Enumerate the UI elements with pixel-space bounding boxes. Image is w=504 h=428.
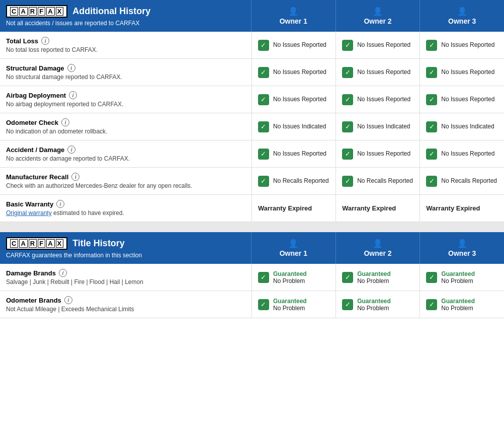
total-loss-o1-text: No Issues Reported [273, 41, 326, 49]
additional-history-subtitle: Not all accidents / issues are reported … [6, 20, 245, 27]
manufacturer-recall-o2-text: No Recalls Reported [357, 177, 413, 185]
accident-damage-o1-check: ✓ [258, 149, 269, 160]
total-loss-o3-text: No Issues Reported [441, 41, 494, 49]
manufacturer-recall-o1-text: No Recalls Reported [273, 177, 329, 185]
airbag-deployment-o3-check: ✓ [426, 94, 437, 105]
odometer-brands-o2-check: ✓ [342, 299, 353, 310]
odometer-brands-o3: ✓ Guaranteed No Problem [420, 291, 504, 318]
total-loss-o2-text: No Issues Reported [357, 41, 410, 49]
accident-damage-o1-text: No Issues Reported [273, 150, 326, 158]
manufacturer-recall-label: Manufacturer Recall i Check with an auth… [0, 168, 251, 195]
odometer-brands-row: Odometer Brands i Not Actual Mileage | E… [0, 291, 504, 318]
accident-damage-o3-check: ✓ [426, 149, 437, 160]
manufacturer-recall-info-icon[interactable]: i [71, 173, 79, 181]
basic-warranty-desc: Original warranty estimated to have expi… [6, 209, 245, 217]
damage-brands-o2-check: ✓ [342, 272, 353, 283]
manufacturer-recall-o1-check: ✓ [258, 176, 269, 187]
airbag-deployment-info-icon[interactable]: i [69, 91, 77, 99]
damage-brands-o2-guaranteed: Guaranteed [357, 270, 391, 277]
manufacturer-recall-title: Manufacturer Recall [6, 173, 68, 181]
structural-damage-title: Structural Damage [6, 64, 64, 72]
manufacturer-recall-o3: ✓ No Recalls Reported [420, 168, 504, 195]
total-loss-row: Total Loss i No total loss reported to C… [0, 32, 504, 59]
odometer-check-o3: ✓ No Issues Indicated [420, 113, 504, 140]
accident-damage-info-icon[interactable]: i [67, 146, 75, 154]
damage-brands-o1: ✓ Guaranteed No Problem [251, 264, 335, 291]
structural-damage-o1: ✓ No Issues Reported [251, 59, 335, 86]
original-warranty-link[interactable]: Original warranty [6, 209, 52, 217]
manufacturer-recall-o3-text: No Recalls Reported [441, 177, 497, 185]
airbag-deployment-row: Airbag Deployment i No airbag deployment… [0, 86, 504, 113]
odometer-brands-o2-guaranteed: Guaranteed [357, 298, 391, 305]
odometer-check-o1-text: No Issues Indicated [273, 123, 326, 131]
structural-damage-o3: ✓ No Issues Reported [420, 59, 504, 86]
structural-damage-row: Structural Damage i No structural damage… [0, 59, 504, 86]
damage-brands-o3-noproblem: No Problem [441, 277, 475, 284]
total-loss-desc: No total loss reported to CARFAX. [6, 46, 245, 53]
accident-damage-row: Accident / Damage i No accidents or dama… [0, 140, 504, 168]
structural-damage-o2-text: No Issues Reported [357, 68, 410, 77]
total-loss-o2-check: ✓ [342, 40, 353, 51]
total-loss-info-icon[interactable]: i [41, 37, 49, 45]
owner1-icon: 👤 [288, 7, 298, 16]
total-loss-o1: ✓ No Issues Reported [251, 32, 335, 59]
manufacturer-recall-desc: Check with an authorized Mercedes-Benz d… [6, 182, 245, 189]
title-history-carfax-logo: CARFAX [6, 237, 67, 250]
structural-damage-info-icon[interactable]: i [67, 64, 75, 72]
damage-brands-o3-guaranteed: Guaranteed [441, 270, 475, 277]
airbag-deployment-o1-check: ✓ [258, 94, 269, 105]
basic-warranty-info-icon[interactable]: i [56, 200, 64, 208]
total-loss-o3: ✓ No Issues Reported [420, 32, 504, 59]
airbag-deployment-o3: ✓ No Issues Reported [420, 86, 504, 113]
th-owner2-icon: 👤 [373, 239, 383, 248]
structural-damage-o3-check: ✓ [426, 67, 437, 78]
basic-warranty-o1-text: Warranty Expired [258, 204, 312, 212]
title-history-table: Damage Brands i Salvage | Junk | Rebuilt… [0, 264, 504, 318]
odometer-check-info-icon[interactable]: i [61, 118, 69, 126]
odometer-check-o3-check: ✓ [426, 121, 437, 132]
odometer-brands-o3-check: ✓ [426, 299, 437, 310]
additional-history-section: CARFAX Additional History Not all accide… [0, 0, 504, 222]
additional-history-header: CARFAX Additional History Not all accide… [0, 0, 504, 32]
accident-damage-o2-text: No Issues Reported [357, 150, 410, 158]
odometer-check-title: Odometer Check [6, 119, 58, 126]
odometer-check-row: Odometer Check i No indication of an odo… [0, 113, 504, 140]
odometer-brands-info-icon[interactable]: i [64, 296, 72, 304]
basic-warranty-desc-suffix: estimated to have expired. [52, 209, 124, 217]
damage-brands-label: Damage Brands i Salvage | Junk | Rebuilt… [0, 264, 251, 291]
title-history-section: CARFAX Title History CARFAX guarantees t… [0, 232, 504, 318]
additional-history-header-left: CARFAX Additional History Not all accide… [0, 0, 251, 32]
title-history-title: Title History [72, 238, 125, 249]
total-loss-o2: ✓ No Issues Reported [336, 32, 420, 59]
airbag-deployment-o3-text: No Issues Reported [441, 96, 494, 104]
section-gap [0, 222, 504, 232]
structural-damage-o3-text: No Issues Reported [441, 68, 494, 77]
odometer-brands-o3-guaranteed: Guaranteed [441, 298, 475, 305]
manufacturer-recall-o3-check: ✓ [426, 176, 437, 187]
ah-owner2-header: 👤 Owner 2 [336, 0, 421, 32]
odometer-brands-o1-check: ✓ [258, 299, 269, 310]
basic-warranty-o3: Warranty Expired [420, 195, 504, 222]
airbag-deployment-o1: ✓ No Issues Reported [251, 86, 335, 113]
accident-damage-o1: ✓ No Issues Reported [251, 140, 335, 168]
structural-damage-label: Structural Damage i No structural damage… [0, 59, 251, 86]
title-history-title-row: CARFAX Title History [6, 237, 245, 250]
damage-brands-desc: Salvage | Junk | Rebuilt | Fire | Flood … [6, 278, 245, 286]
total-loss-title: Total Loss [6, 37, 38, 45]
additional-history-title-row: CARFAX Additional History [6, 5, 245, 18]
title-history-header: CARFAX Title History CARFAX guarantees t… [0, 232, 504, 264]
manufacturer-recall-row: Manufacturer Recall i Check with an auth… [0, 168, 504, 195]
accident-damage-label: Accident / Damage i No accidents or dama… [0, 140, 251, 168]
airbag-deployment-o2: ✓ No Issues Reported [336, 86, 420, 113]
odometer-brands-o1: ✓ Guaranteed No Problem [251, 291, 335, 318]
basic-warranty-row: Basic Warranty i Original warranty estim… [0, 195, 504, 222]
owner2-icon: 👤 [373, 7, 383, 16]
airbag-deployment-title: Airbag Deployment [6, 92, 66, 99]
odometer-brands-label: Odometer Brands i Not Actual Mileage | E… [0, 291, 251, 318]
odometer-check-desc: No indication of an odometer rollback. [6, 128, 245, 135]
odometer-check-o2-text: No Issues Indicated [357, 123, 410, 131]
carfax-logo: CARFAX [6, 5, 67, 18]
manufacturer-recall-o2-check: ✓ [342, 176, 353, 187]
damage-brands-info-icon[interactable]: i [59, 269, 67, 277]
odometer-brands-o1-guaranteed: Guaranteed [273, 298, 307, 305]
